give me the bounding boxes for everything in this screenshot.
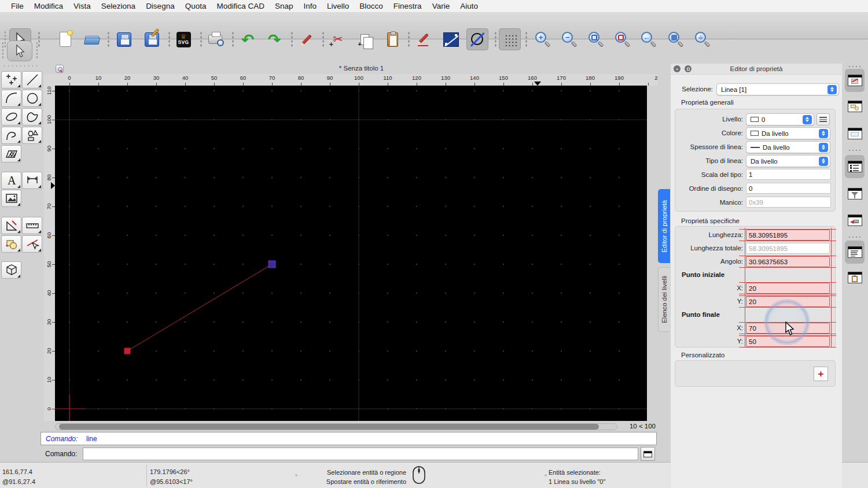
text-tool-button[interactable]: A: [1, 172, 21, 189]
save-as-button[interactable]: [141, 28, 163, 50]
tab-property-editor[interactable]: Editor di proprietà: [658, 189, 670, 263]
toggle-tool-options-button[interactable]: [845, 209, 865, 232]
spessore-dropdown[interactable]: Da livello: [746, 141, 830, 153]
arc-icon: [5, 91, 19, 105]
shapes-icon: [25, 128, 39, 142]
zoom-in-button[interactable]: +: [532, 28, 554, 50]
toggle-property-editor-button[interactable]: [845, 69, 865, 92]
palette-drag-handle[interactable]: [2, 42, 4, 59]
toggle-command-line-button[interactable]: [845, 241, 865, 264]
h-scrollbar-thumb[interactable]: [59, 424, 599, 430]
point-tool-button[interactable]: [1, 71, 21, 88]
menu-modifica-cad[interactable]: Modifica CAD: [211, 2, 270, 10]
line-tool-button[interactable]: [22, 71, 42, 88]
menu-file[interactable]: File: [6, 2, 29, 10]
undo-button[interactable]: ↶: [237, 28, 259, 50]
pan-button[interactable]: ↔↕: [692, 28, 713, 50]
polyline-tool-button[interactable]: [1, 127, 21, 144]
menu-vista[interactable]: Vista: [68, 2, 96, 10]
menu-disegna[interactable]: Disegna: [141, 2, 180, 10]
circle-tool-button[interactable]: [22, 90, 42, 107]
zoom-previous-button[interactable]: ←: [638, 28, 660, 50]
paste-button[interactable]: [381, 28, 403, 50]
toggle-layer-list-button[interactable]: [845, 155, 865, 178]
window-icon: [643, 451, 652, 457]
redo-button[interactable]: ↷: [263, 28, 285, 50]
spline-tool-button[interactable]: [22, 108, 42, 125]
toggle-block-list-button[interactable]: [845, 95, 865, 118]
add-custom-property-button[interactable]: +: [814, 367, 828, 381]
erase-icon: [301, 34, 312, 45]
angolo-label: Angolo:: [675, 258, 743, 265]
toggle-clipboard-button[interactable]: [845, 266, 865, 289]
toggle-selection-filter-button[interactable]: [845, 182, 865, 205]
document-title[interactable]: * Senza titolo 1: [44, 65, 658, 72]
line-entity[interactable]: [127, 264, 272, 351]
menu-livello[interactable]: Livello: [322, 2, 354, 10]
menu-aiuto[interactable]: Aiuto: [455, 2, 483, 10]
dimension-tool-button[interactable]: [22, 172, 42, 189]
livello-dropdown[interactable]: 0: [746, 113, 814, 125]
menu-modifica[interactable]: Modifica: [29, 2, 68, 10]
print-preview-button[interactable]: [204, 28, 226, 50]
command-history-window-button[interactable]: [641, 447, 655, 461]
menu-finestra[interactable]: Finestra: [388, 2, 427, 10]
hatch-tool-button[interactable]: [1, 145, 21, 162]
h-ruler-label: 0: [55, 75, 84, 81]
zoom-window-button[interactable]: [665, 28, 687, 50]
drawing-canvas[interactable]: [55, 86, 647, 421]
svg-export-button[interactable]: ♕SVG: [172, 28, 194, 50]
shape-tool-button[interactable]: [22, 127, 42, 144]
zoom-selection-button[interactable]: [612, 28, 634, 50]
colore-dropdown[interactable]: Da livello: [746, 127, 830, 139]
ellipse-tool-button[interactable]: [1, 108, 21, 125]
measure-tool-button[interactable]: [22, 217, 42, 234]
h-ruler-label: 70: [258, 75, 286, 81]
punto-iniziale-x-input[interactable]: [746, 283, 830, 294]
punto-finale-header: Punto finale: [682, 311, 720, 318]
lunghezza-label: Lunghezza:: [675, 231, 743, 238]
select-entity-tool-button[interactable]: [22, 235, 42, 253]
toggle-view-list-button[interactable]: [845, 122, 865, 145]
arc-tool-button[interactable]: [1, 90, 21, 107]
ordine-input[interactable]: [746, 183, 831, 194]
new-file-button[interactable]: [54, 28, 76, 50]
selection-dropdown[interactable]: Linea [1]: [716, 83, 839, 95]
tab-layer-list[interactable]: Elenco dei livelli: [658, 267, 670, 332]
menu-snap[interactable]: Snap: [270, 2, 299, 10]
cut-button[interactable]: ✂+: [327, 28, 349, 50]
zoom-auto-button[interactable]: [585, 28, 607, 50]
block-tool-button[interactable]: [1, 235, 21, 253]
solid-tool-button[interactable]: [1, 261, 21, 279]
menu-quota[interactable]: Quota: [180, 2, 212, 10]
image-tool-button[interactable]: [1, 190, 21, 207]
copy-button[interactable]: +: [354, 28, 376, 50]
line-from-points-button[interactable]: [440, 28, 462, 50]
draw-edit-button[interactable]: [413, 28, 435, 50]
menu-info[interactable]: Info: [299, 2, 322, 10]
command-input[interactable]: [83, 448, 638, 460]
line-start-handle[interactable]: [124, 348, 131, 354]
erase-button[interactable]: [296, 28, 318, 50]
menu-blocco[interactable]: Blocco: [354, 2, 388, 10]
save-button[interactable]: [113, 28, 135, 50]
tipo-linea-dropdown[interactable]: Da livello: [746, 155, 830, 167]
no-interrupt-button[interactable]: [466, 28, 488, 50]
stepper-icon: [803, 115, 812, 124]
open-file-button[interactable]: [82, 28, 104, 50]
toolbar-separator: [200, 31, 202, 47]
palette-drag-handle[interactable]: [36, 42, 38, 59]
h-ruler-label: 190: [605, 75, 634, 81]
color-swatch: [751, 131, 759, 136]
lunghezza-input[interactable]: [746, 230, 830, 241]
zoom-out-button[interactable]: −: [558, 28, 580, 50]
layer-menu-button[interactable]: [816, 113, 830, 125]
angolo-input[interactable]: [746, 256, 830, 267]
grid-toggle-button[interactable]: [499, 28, 521, 50]
modify-tool-button[interactable]: [1, 217, 21, 234]
menu-varie[interactable]: Varie: [427, 2, 455, 10]
selection-tool-button[interactable]: [7, 40, 32, 61]
scala-input[interactable]: [746, 169, 831, 180]
highlight-line: [831, 228, 832, 347]
menu-seleziona[interactable]: Seleziona: [96, 2, 141, 10]
